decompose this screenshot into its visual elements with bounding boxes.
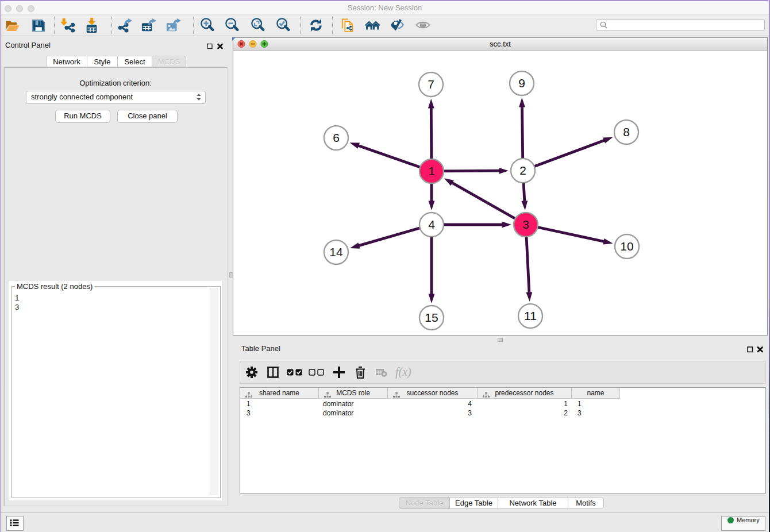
svg-text:8: 8 [623, 125, 630, 138]
svg-text:1: 1 [428, 164, 435, 178]
svg-text:6: 6 [333, 131, 340, 144]
svg-text:4: 4 [428, 218, 435, 231]
svg-text:7: 7 [428, 78, 434, 91]
svg-text:9: 9 [518, 76, 525, 90]
svg-text:14: 14 [329, 245, 343, 259]
svg-text:3: 3 [522, 218, 529, 231]
svg-text:10: 10 [620, 240, 633, 253]
svg-text:15: 15 [425, 311, 438, 324]
svg-text:11: 11 [524, 309, 537, 322]
svg-text:2: 2 [519, 164, 526, 177]
